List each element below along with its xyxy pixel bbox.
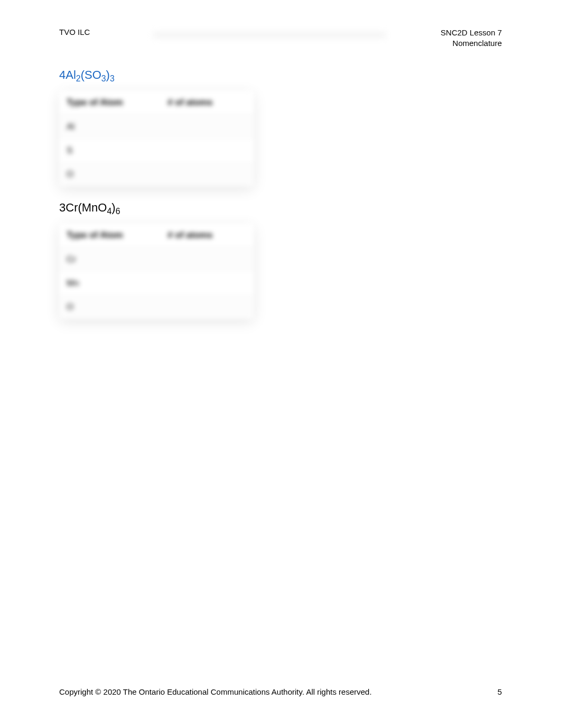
table-row: O [59, 295, 254, 319]
header-course-line1: SNC2D Lesson 7 [441, 27, 502, 38]
formula2-close-paren: ) [111, 201, 115, 214]
table-row: Al [59, 115, 254, 139]
page-header: TVO ILC SNC2D Lesson 7 Nomenclature [59, 27, 502, 49]
formula2-subscript-3: 6 [116, 207, 120, 216]
formula1-close-paren: ) [106, 68, 110, 81]
atom-type-cell: O [59, 295, 160, 319]
table-row: Mn [59, 271, 254, 295]
formula1-subscript-3: 3 [110, 74, 115, 83]
table-row: Cr [59, 247, 254, 271]
table-row: O [59, 162, 254, 186]
formula1-subscript-1: 2 [76, 74, 81, 83]
atom-table-1: Type of Atom # of atoms Al S O [59, 91, 254, 186]
chemical-formula-1[interactable]: 4Al2(SO3)3 [59, 68, 502, 84]
atom-count-cell [160, 139, 254, 162]
formula1-coefficient: 4 [59, 68, 66, 81]
atom-type-cell: O [59, 162, 160, 186]
formula2-open-paren: ( [78, 201, 81, 214]
formula1-subscript-2: 3 [101, 74, 106, 83]
formula1-element-so: SO [85, 68, 101, 81]
atom-count-cell [160, 295, 254, 319]
formula2-element-mno: MnO [82, 201, 107, 214]
page-footer: Copyright © 2020 The Ontario Educational… [59, 687, 502, 696]
page: TVO ILC SNC2D Lesson 7 Nomenclature 4Al2… [0, 0, 561, 728]
header-course-line2: Nomenclature [441, 38, 502, 49]
header-divider-blur [153, 32, 386, 38]
footer-copyright: Copyright © 2020 The Ontario Educational… [59, 687, 372, 696]
column-header-count: # of atoms [160, 91, 254, 115]
table-header-row: Type of Atom # of atoms [59, 91, 254, 115]
atom-count-cell [160, 115, 254, 139]
atom-type-cell: Cr [59, 247, 160, 271]
formula1-element-al: Al [66, 68, 76, 81]
header-right-course: SNC2D Lesson 7 Nomenclature [441, 27, 502, 49]
atom-table-2-table: Type of Atom # of atoms Cr Mn O [59, 224, 254, 319]
atom-type-cell: Mn [59, 271, 160, 295]
column-header-type: Type of Atom [59, 91, 160, 115]
formula2-subscript-2: 4 [107, 207, 111, 216]
footer-page-number: 5 [498, 687, 502, 696]
atom-table-2: Type of Atom # of atoms Cr Mn O [59, 224, 254, 319]
formula2-coefficient: 3 [59, 201, 66, 214]
atom-type-cell: S [59, 139, 160, 162]
formula2-element-cr: Cr [66, 201, 78, 214]
table-row: S [59, 139, 254, 162]
header-left-org: TVO ILC [59, 27, 90, 36]
column-header-type: Type of Atom [59, 224, 160, 247]
atom-count-cell [160, 271, 254, 295]
table-header-row: Type of Atom # of atoms [59, 224, 254, 247]
atom-table-1-table: Type of Atom # of atoms Al S O [59, 91, 254, 186]
atom-count-cell [160, 247, 254, 271]
column-header-count: # of atoms [160, 224, 254, 247]
atom-type-cell: Al [59, 115, 160, 139]
atom-count-cell [160, 162, 254, 186]
formula1-open-paren: ( [81, 68, 85, 81]
chemical-formula-2: 3Cr(MnO4)6 [59, 201, 502, 216]
